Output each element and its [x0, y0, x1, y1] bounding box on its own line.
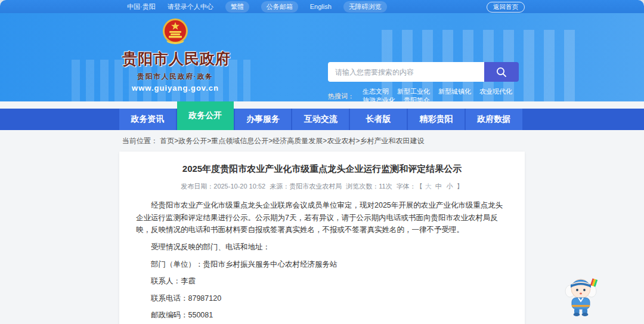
publish-date: 发布日期：2025-10-20 10:52 [181, 183, 265, 190]
nav-items: 政务资讯政务公开办事服务互动交流长者版精彩贵阳政府数据 [119, 101, 522, 130]
font-size-medium-button[interactable]: 中 [435, 183, 442, 190]
topbar-links: 中国·贵阳请登录个人中心繁體公务邮箱English无障碍浏览 [127, 1, 387, 13]
search-icon [496, 66, 507, 78]
national-emblem-icon [162, 17, 189, 48]
nav-item-精彩贵阳[interactable]: 精彩贵阳 [408, 109, 465, 130]
article-paragraph: 受理情况反映的部门、电话和地址： [136, 241, 508, 254]
back-to-home-button[interactable]: 返回首页 [487, 2, 525, 13]
hot-search-row: 热搜词： 生态文明新型工业化新型城镇化农业现代化旅游产业化贵阳简介 [328, 87, 519, 101]
hot-search-link[interactable]: 农业现代化 [479, 88, 512, 95]
hot-search-links: 生态文明新型工业化新型城镇化农业现代化旅游产业化贵阳简介 [354, 87, 519, 101]
hot-search-label: 热搜词： [328, 92, 354, 101]
breadcrumb: 当前位置： 首页>政务公开>重点领域信息公开>经济高质量发展>农业农村>乡村产业… [0, 130, 644, 152]
search-input[interactable] [328, 62, 484, 82]
nav-item-互动交流[interactable]: 互动交流 [292, 109, 349, 130]
site-logo[interactable]: 贵阳市人民政府 贵阳市人民政府·政务 www.guiyang.gov.cn [122, 17, 228, 92]
mascot-icon[interactable] [563, 270, 599, 317]
article-paragraph: 部门（单位）：贵阳市乡村振兴服务中心农村经济服务站 [136, 258, 508, 271]
article-source: 来源：贵阳市农业农村局 [270, 183, 342, 190]
topbar-link[interactable]: 公务邮箱 [261, 1, 298, 13]
topbar-link[interactable]: English [310, 3, 332, 10]
top-utility-bar: 中国·贵阳请登录个人中心繁體公务邮箱English无障碍浏览 返回首页 [0, 0, 644, 13]
font-size-label: 字体：【 [397, 183, 423, 190]
article-paragraph: 邮政编码：550081 [136, 309, 508, 322]
font-size-large-button[interactable]: 大 [425, 183, 432, 190]
main-navigation: 政务资讯政务公开办事服务互动交流长者版精彩贵阳政府数据 [0, 101, 644, 130]
article-paragraph: 联系电话：87987120 [136, 292, 508, 305]
article-title: 2025年度贵阳市农业产业化市级重点龙头企业运行监测和评定结果公示 [136, 163, 508, 175]
nav-item-办事服务[interactable]: 办事服务 [235, 109, 292, 130]
topbar-link[interactable]: 中国·贵阳 [127, 2, 156, 11]
nav-item-长者版[interactable]: 长者版 [350, 109, 407, 130]
search-button[interactable] [484, 62, 519, 82]
font-size-small-button[interactable]: 小 [447, 183, 453, 190]
article-paragraph: 经贵阳市农业产业化市级重点龙头企业联席会议成员单位审定，现对2025年开展的农业… [136, 199, 508, 236]
site-subtitle: 贵阳市人民政府·政务 [122, 72, 228, 81]
article-card: 2025年度贵阳市农业产业化市级重点龙头企业运行监测和评定结果公示 发布日期：2… [119, 152, 525, 324]
view-count: 浏览次数：11次 [346, 183, 392, 190]
topbar-link[interactable]: 繁體 [225, 1, 249, 13]
font-size-label-end: 】 [457, 183, 463, 190]
search-area: 热搜词： 生态文明新型工业化新型城镇化农业现代化旅游产业化贵阳简介 [328, 62, 519, 101]
topbar-link[interactable]: 无障碍浏览 [343, 1, 387, 13]
nav-item-政府数据[interactable]: 政府数据 [466, 109, 522, 130]
hot-search-link[interactable]: 生态文明 [363, 88, 389, 95]
nav-item-政务公开[interactable]: 政务公开 [177, 101, 234, 130]
site-url: www.guiyang.gov.cn [122, 84, 228, 92]
breadcrumb-label: 当前位置： [122, 137, 158, 145]
hot-search-link[interactable]: 新型城镇化 [438, 88, 471, 95]
topbar-link[interactable]: 请登录个人中心 [168, 2, 213, 11]
article-body: 经贵阳市农业产业化市级重点龙头企业联席会议成员单位审定，现对2025年开展的农业… [136, 199, 508, 324]
nav-item-政务资讯[interactable]: 政务资讯 [119, 109, 176, 130]
site-title: 贵阳市人民政府 [122, 49, 228, 69]
site-banner: 贵阳市人民政府 贵阳市人民政府·政务 www.guiyang.gov.cn 热搜… [0, 13, 644, 101]
hot-search-link[interactable]: 新型工业化 [397, 88, 430, 95]
article-meta: 发布日期：2025-10-20 10:52 来源：贵阳市农业农村局 浏览次数：1… [136, 182, 508, 191]
hot-search-link[interactable]: 旅游产业化 [363, 97, 395, 101]
article-paragraph: 联系人：李霞 [136, 275, 508, 288]
breadcrumb-path[interactable]: 首页>政务公开>重点领域信息公开>经济高质量发展>农业农村>乡村产业和农田建设 [160, 137, 424, 145]
hot-search-link[interactable]: 贵阳简介 [404, 97, 430, 101]
page: 中国·贵阳请登录个人中心繁體公务邮箱English无障碍浏览 返回首页 贵阳市人… [0, 0, 644, 324]
